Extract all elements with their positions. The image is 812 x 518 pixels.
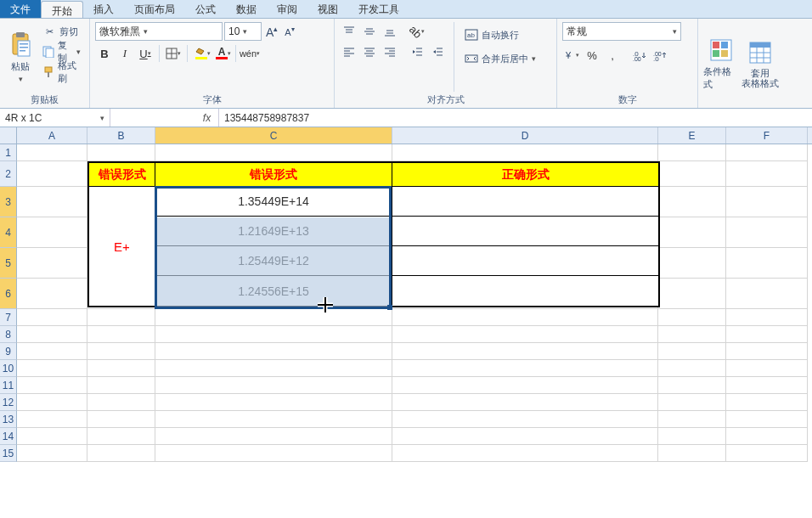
comma-button[interactable]: , [603,46,622,65]
copy-button[interactable]: 复制▾ [39,42,84,61]
phonetic-button[interactable]: wén▾ [240,44,259,63]
font-color-button[interactable]: A▾ [212,44,231,63]
cell-d6[interactable] [392,276,658,306]
row-header-4[interactable]: 4 [0,217,17,248]
svg-text:.0: .0 [653,55,659,61]
font-size-select[interactable]: 10▾ [224,22,262,41]
row-header-6[interactable]: 6 [0,279,17,309]
underline-button[interactable]: U▾ [136,44,155,63]
align-center-button[interactable] [360,42,379,61]
cell-c6[interactable]: 1.24556E+15 [155,276,392,306]
table-format-button[interactable]: 套用 表格格式 [742,22,778,104]
cells-area[interactable]: 错误形式 错误形式 正确形式 E+ 1.35449E+14 1.21649E+1… [17,144,812,462]
cut-button[interactable]: ✂ 剪切 [39,22,84,41]
row-header-3[interactable]: 3 [0,187,17,217]
col-header-A[interactable]: A [17,127,87,144]
row-header-5[interactable]: 5 [0,248,17,279]
row-header-7[interactable]: 7 [0,309,17,326]
col-header-D[interactable]: D [392,127,658,144]
cell-d4[interactable] [392,217,658,246]
menu-bar: 文件 开始 插入 页面布局 公式 数据 审阅 视图 开发工具 [0,0,812,19]
fx-button[interactable]: fx [195,109,219,127]
svg-rect-3 [20,43,28,45]
tab-formulas[interactable]: 公式 [185,0,226,18]
merge-icon [465,52,478,65]
row-header-2[interactable]: 2 [0,161,17,187]
row-header-12[interactable]: 12 [0,394,17,411]
increase-indent-button[interactable] [428,42,447,61]
row-header-11[interactable]: 11 [0,377,17,394]
tab-page-layout[interactable]: 页面布局 [124,0,185,18]
cell-c5[interactable]: 1.25449E+12 [155,246,392,276]
cell-d3[interactable] [392,187,658,217]
row-header-10[interactable]: 10 [0,360,17,377]
formula-bar: 4R x 1C▾ fx 135448758987837 [0,109,812,127]
merge-center-button[interactable]: 合并后居中▾ [461,49,539,68]
cond-format-icon [708,37,735,64]
format-painter-button[interactable]: 格式刷 [39,63,84,82]
brush-icon [42,65,54,79]
number-format-select[interactable]: 常规▾ [562,22,681,41]
group-label-number: 数字 [562,92,692,106]
cell-c3[interactable]: 1.35449E+14 [155,187,392,217]
grid: A B C D E F 1 2 3 4 5 6 7 8 9 10 11 12 1… [0,127,812,462]
table-header-1[interactable]: 错误形式 [89,163,155,187]
group-label-alignment: 对齐方式 [340,92,551,106]
fill-color-button[interactable]: ▾ [192,44,211,63]
cell-c4[interactable]: 1.21649E+13 [155,217,392,246]
svg-text:ab: ab [467,31,475,39]
percent-button[interactable]: % [583,46,601,65]
decrease-font-button[interactable]: A▾ [282,25,296,37]
group-label-clipboard: 剪贴板 [5,92,84,106]
align-top-button[interactable] [340,22,358,41]
row-header-15[interactable]: 15 [0,445,17,462]
align-left-button[interactable] [340,42,358,61]
tab-file[interactable]: 文件 [0,0,41,18]
tab-view[interactable]: 视图 [307,0,348,18]
italic-button[interactable]: I [116,44,134,63]
row-header-13[interactable]: 13 [0,411,17,428]
col-header-B[interactable]: B [87,127,155,144]
row-header-1[interactable]: 1 [0,144,17,161]
name-box[interactable]: 4R x 1C▾ [0,109,110,127]
tab-home[interactable]: 开始 [41,1,83,18]
cell-d5[interactable] [392,246,658,276]
conditional-formatting-button[interactable]: 条件格式 [703,22,739,104]
decrease-decimal-button[interactable]: .00.0 [651,46,669,65]
align-bottom-button[interactable] [381,22,399,41]
svg-rect-7 [46,48,54,58]
tab-developer[interactable]: 开发工具 [348,0,409,18]
font-name-select[interactable]: 微软雅黑▾ [95,22,223,41]
select-all-corner[interactable] [0,127,17,144]
group-font: 微软雅黑▾ 10▾ A▴ A▾ B I U▾ ▾ ▾ A▾ wén▾ 字体 [90,19,335,108]
table-header-2[interactable]: 错误形式 [155,163,392,187]
tab-data[interactable]: 数据 [226,0,267,18]
border-button[interactable]: ▾ [164,44,183,63]
formula-input[interactable]: 135448758987837 [219,109,812,127]
paste-button[interactable]: 粘贴 ▾ [5,22,36,92]
tab-review[interactable]: 审阅 [267,0,307,18]
row-header-14[interactable]: 14 [0,428,17,445]
ribbon: 粘贴 ▾ ✂ 剪切 复制▾ 格式刷 [0,19,812,109]
increase-decimal-button[interactable]: .0.00 [630,46,649,65]
currency-button[interactable]: ¥▾ [562,46,581,65]
svg-rect-5 [20,50,25,52]
tab-insert[interactable]: 插入 [83,0,124,18]
row-header-9[interactable]: 9 [0,343,17,360]
svg-rect-2 [18,41,30,56]
table-header-3[interactable]: 正确形式 [392,163,658,187]
col-header-C[interactable]: C [155,127,392,144]
increase-font-button[interactable]: A▴ [263,25,280,39]
col-header-E[interactable]: E [658,127,726,144]
bold-button[interactable]: B [95,44,114,63]
svg-rect-54 [750,42,770,48]
decrease-indent-button[interactable] [408,42,426,61]
align-middle-button[interactable] [360,22,379,41]
wrap-text-button[interactable]: ab 自动换行 [461,25,539,44]
orientation-button[interactable]: ab▾ [408,22,426,41]
table-side-label[interactable]: E+ [89,187,155,306]
svg-rect-52 [721,50,728,57]
align-right-button[interactable] [381,42,399,61]
row-header-8[interactable]: 8 [0,326,17,343]
col-header-F[interactable]: F [726,127,808,144]
